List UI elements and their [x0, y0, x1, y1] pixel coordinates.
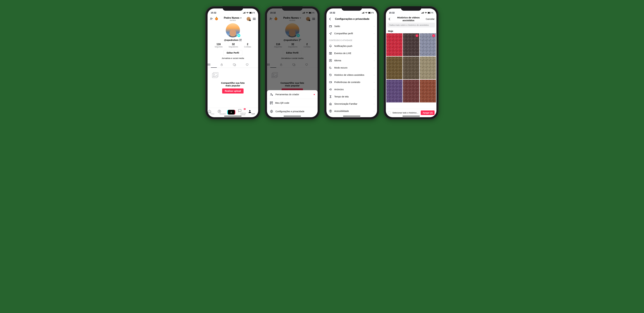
add-story-button[interactable] — [237, 34, 241, 37]
svg-rect-40 — [362, 13, 362, 13]
bell-icon — [329, 44, 332, 48]
hamburger-icon[interactable] — [252, 17, 256, 20]
back-button[interactable] — [388, 17, 391, 21]
nav-create[interactable]: ＋ — [228, 110, 238, 115]
status-time: 15:32 — [211, 11, 216, 14]
share-icon — [329, 32, 332, 35]
svg-rect-6 — [252, 12, 253, 13]
tab-reposts[interactable] — [233, 62, 246, 67]
sheet-qr-code[interactable]: Meu QR code — [267, 99, 318, 107]
tab-liked[interactable] — [246, 62, 258, 67]
setting-share-profile[interactable]: Compartilhar perfil › — [326, 30, 377, 37]
setting-ads[interactable]: Anúncios› — [326, 86, 377, 93]
setting-live-events[interactable]: Eventos de LIVE› — [326, 50, 377, 57]
svg-rect-55 — [422, 12, 422, 13]
svg-rect-9 — [241, 39, 242, 40]
svg-rect-45 — [368, 12, 370, 13]
svg-point-39 — [271, 111, 272, 112]
action-sheet: Ferramentas do criador Meu QR code Confi… — [267, 90, 318, 117]
svg-point-53 — [330, 110, 331, 111]
tab-grid[interactable] — [208, 62, 220, 67]
account-switcher[interactable]: Pedro Nunes — [224, 16, 242, 19]
history-video[interactable] — [403, 56, 419, 79]
calendar-live-icon — [329, 52, 332, 55]
select-all-checkbox[interactable] — [388, 111, 391, 114]
svg-rect-1 — [244, 12, 244, 13]
stat-following[interactable]: 116 Seguindo — [214, 43, 223, 48]
home-indicator[interactable] — [402, 116, 420, 116]
svg-rect-2 — [244, 12, 245, 13]
upload-button[interactable]: Realizar upload — [222, 88, 244, 93]
sheet-creator-tools[interactable]: Ferramentas do criador — [267, 90, 318, 99]
svg-rect-5 — [250, 12, 252, 13]
moon-icon — [329, 66, 332, 69]
pronoun-label: ele/dele — [221, 19, 245, 21]
history-video[interactable] — [420, 56, 436, 79]
profile-stats: 116 Seguindo 32 Seguidores 2 Curtidas — [208, 43, 258, 48]
history-search[interactable]: Saiba mais sobre o histórico de assistid… — [388, 23, 435, 27]
battery-icon: 71 — [368, 12, 374, 14]
pumpkin-icon[interactable] — [215, 17, 218, 20]
megaphone-icon — [329, 88, 332, 91]
svg-rect-36 — [270, 102, 271, 103]
setting-dark-mode[interactable]: Modo escuro› — [326, 64, 377, 71]
svg-rect-11 — [221, 64, 222, 66]
svg-rect-54 — [421, 13, 422, 13]
setting-family-pairing[interactable]: Sincronização Familiar› — [326, 100, 377, 107]
qr-icon[interactable] — [240, 39, 242, 41]
history-video[interactable] — [403, 80, 419, 102]
chevron-right-icon: › — [374, 25, 374, 27]
setting-content-prefs[interactable]: Preferências de conteúdo› — [326, 79, 377, 86]
stat-followers[interactable]: 32 Seguidores — [228, 43, 238, 48]
svg-rect-59 — [428, 12, 430, 13]
edit-profile-button[interactable]: Editar Perfil — [224, 50, 242, 55]
svg-rect-8 — [240, 39, 240, 40]
history-video[interactable]: ✓ — [420, 33, 436, 56]
tab-private[interactable] — [220, 62, 233, 67]
settings-list[interactable]: Saldo › Compartilhar perfil › CONTEÚDO E… — [326, 23, 377, 117]
history-video[interactable] — [386, 56, 402, 79]
profile-handle[interactable]: @opedrohen — [224, 39, 238, 41]
select-all-label[interactable]: Selecionar todo o histórico de assis... — [392, 112, 419, 114]
svg-rect-46 — [371, 12, 372, 13]
sheet-settings[interactable]: Configurações e privacidade — [267, 107, 318, 116]
notch — [223, 6, 243, 11]
home-indicator[interactable] — [343, 116, 360, 116]
check-icon: ✓ — [432, 34, 435, 37]
setting-language[interactable]: Idioma› — [326, 57, 377, 64]
setting-push[interactable]: Notificações push› — [326, 42, 377, 50]
svg-rect-3 — [245, 12, 246, 13]
signal-icon — [243, 12, 246, 13]
add-friend-icon[interactable] — [210, 17, 213, 20]
delete-button[interactable]: Apagar (2) — [421, 110, 434, 115]
phone-action-sheet: 15:32 71 Pedro Nunes ele/dele 1 — [265, 6, 320, 119]
nav-inbox[interactable]: 3 Caixa de entrada — [238, 109, 248, 115]
svg-rect-38 — [270, 103, 271, 104]
svg-point-16 — [218, 110, 221, 113]
person-star-icon — [270, 93, 273, 96]
stat-likes[interactable]: 2 Curtidas — [244, 43, 251, 48]
history-video[interactable] — [386, 33, 402, 56]
account-switch-avatar[interactable]: 1 — [246, 17, 250, 21]
setting-screen-time[interactable]: Tempo de tela› — [326, 93, 377, 100]
svg-rect-57 — [423, 12, 424, 13]
history-video[interactable]: ✓ — [403, 33, 419, 56]
history-video[interactable] — [420, 80, 436, 102]
setting-watch-history[interactable]: Histórico de vídeos assistidos› — [326, 71, 377, 79]
history-video[interactable] — [386, 80, 402, 102]
nav-profile[interactable]: Perfil — [248, 110, 258, 115]
home-indicator[interactable] — [284, 116, 301, 116]
nav-discover[interactable]: Descobrir — [218, 110, 228, 115]
nav-home[interactable]: Início — [208, 110, 218, 115]
battery-icon: 71 — [249, 12, 255, 14]
setting-accessibility[interactable]: Acessibilidade› — [326, 107, 377, 115]
svg-rect-17 — [238, 109, 241, 111]
svg-rect-60 — [431, 12, 431, 13]
page-title: Configurações e privacidade — [329, 17, 375, 20]
svg-point-18 — [249, 110, 250, 111]
cancel-button[interactable]: Cancelar — [426, 18, 434, 20]
notch — [282, 6, 302, 11]
history-grid[interactable]: ✓ ✓ — [386, 33, 436, 102]
home-indicator[interactable] — [224, 116, 242, 116]
setting-balance[interactable]: Saldo › — [326, 23, 377, 30]
